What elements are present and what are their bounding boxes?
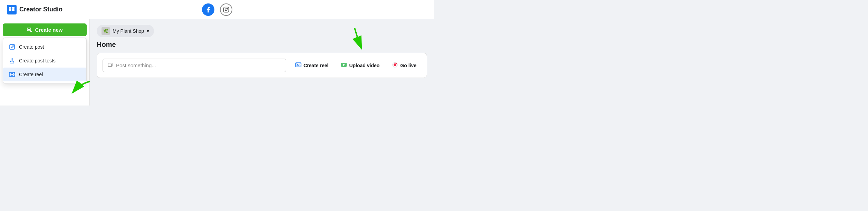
create-new-label: Create new <box>35 27 62 33</box>
upload-video-label: Upload video <box>349 63 379 68</box>
svg-point-17 <box>14 75 15 76</box>
sidebar: Create new Create post <box>0 19 90 106</box>
logo: Creator Studio <box>7 5 62 14</box>
create-dropdown-menu: Create post Create post tests <box>3 38 87 84</box>
svg-rect-8 <box>27 28 31 31</box>
svg-point-26 <box>300 66 301 66</box>
page-heading: Home <box>97 41 427 49</box>
logo-icon <box>7 5 17 14</box>
instagram-button[interactable] <box>220 3 232 16</box>
svg-point-11 <box>11 61 13 62</box>
create-post-label: Create post <box>19 44 44 50</box>
svg-point-13 <box>11 73 13 76</box>
create-post-tests-icon <box>9 57 16 64</box>
menu-item-create-reel[interactable]: Create reel <box>3 68 86 81</box>
svg-point-6 <box>225 9 227 11</box>
create-reel-icon <box>9 71 16 78</box>
svg-point-14 <box>10 73 10 74</box>
page-selector[interactable]: 🌿 My Plant Shop ▾ <box>97 25 154 37</box>
menu-item-create-post-tests[interactable]: Create post tests <box>3 54 86 68</box>
app-title: Creator Studio <box>19 6 62 13</box>
facebook-button[interactable] <box>202 3 214 16</box>
create-new-button[interactable]: Create new <box>3 23 87 36</box>
svg-rect-5 <box>223 7 229 12</box>
create-post-icon <box>9 43 16 50</box>
platform-switcher <box>202 3 232 16</box>
svg-point-23 <box>296 63 297 64</box>
page-name: My Plant Shop <box>113 28 144 34</box>
svg-point-31 <box>396 63 397 64</box>
create-reel-action-label: Create reel <box>303 63 328 68</box>
post-card: Post something... <box>97 53 427 78</box>
svg-rect-0 <box>9 7 11 9</box>
svg-point-7 <box>227 8 228 9</box>
svg-rect-2 <box>9 9 11 11</box>
svg-rect-19 <box>108 63 112 67</box>
post-input-field[interactable]: Post something... <box>103 59 286 72</box>
svg-rect-12 <box>9 72 15 77</box>
upload-video-button[interactable]: Upload video <box>336 59 384 72</box>
svg-rect-21 <box>296 63 301 67</box>
post-input-row: Post something... <box>103 59 421 72</box>
create-reel-label: Create reel <box>19 72 43 77</box>
main-layout: Create new Create post <box>0 19 434 106</box>
content-area: 🌿 My Plant Shop ▾ Home Post something... <box>90 19 434 106</box>
go-live-button[interactable]: Go live <box>387 59 421 72</box>
header: Creator Studio <box>0 0 434 19</box>
post-placeholder: Post something... <box>116 62 156 68</box>
menu-item-create-post[interactable]: Create post <box>3 40 86 54</box>
go-live-icon <box>392 62 398 69</box>
upload-video-icon <box>341 62 347 69</box>
chevron-down-icon: ▾ <box>147 28 149 34</box>
svg-point-15 <box>14 73 15 74</box>
svg-point-24 <box>300 63 301 64</box>
svg-point-25 <box>296 66 297 66</box>
post-actions: Create reel Upload video <box>290 59 421 72</box>
page-avatar: 🌿 <box>102 27 110 35</box>
create-reel-action-button[interactable]: Create reel <box>290 59 333 72</box>
go-live-label: Go live <box>400 63 416 68</box>
create-reel-action-icon <box>295 62 301 69</box>
create-post-tests-label: Create post tests <box>19 58 56 63</box>
svg-point-16 <box>10 75 10 76</box>
